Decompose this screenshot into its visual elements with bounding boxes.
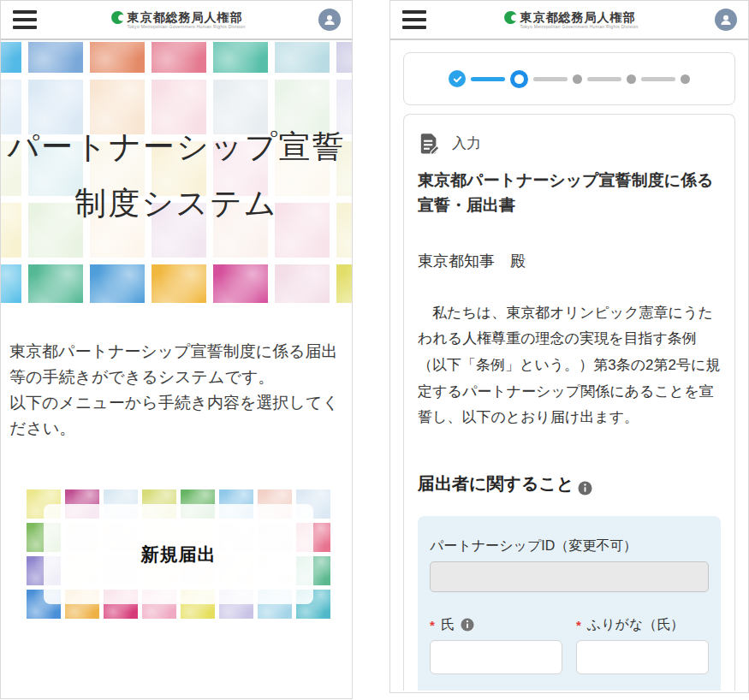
new-registration-button[interactable]: 新規届出: [27, 489, 330, 619]
step-upcoming: [573, 74, 582, 84]
partnership-id-label: パートナーシップID（変更不可）: [430, 537, 637, 555]
hamburger-bar: [402, 18, 426, 21]
step-upcoming: [627, 74, 636, 84]
furigana-family-name-field: * ふりがな（氏）: [576, 616, 709, 674]
form-card: 入力 東京都パートナーシップ宣誓制度に係る宣誓・届出書 東京都知事 殿 私たちは…: [403, 114, 735, 691]
hamburger-bar: [13, 18, 37, 21]
hamburger-bar: [13, 26, 37, 29]
person-icon: [322, 12, 337, 27]
step-connector: [533, 77, 568, 81]
form-screen: 東京都総務局人権部 Tokyo Metropolitan Government …: [389, 0, 749, 693]
menu-button[interactable]: [12, 9, 38, 30]
family-name-label: 氏: [441, 616, 455, 634]
furigana-family-name-label: ふりがな（氏）: [587, 616, 685, 634]
hero-title-line1: パートナーシップ宣誓: [7, 126, 345, 169]
hero-title-line2: 制度システム: [74, 182, 277, 225]
org-logo: 東京都総務局人権部 Tokyo Metropolitan Government …: [110, 10, 245, 30]
furigana-family-name-input[interactable]: [576, 640, 709, 674]
family-name-field: * 氏: [430, 616, 562, 674]
required-mark: *: [430, 618, 435, 632]
home-screen: 東京都総務局人権部 Tokyo Metropolitan Government …: [0, 0, 353, 699]
hamburger-bar: [402, 10, 426, 14]
step-connector: [471, 77, 505, 81]
org-name: 東京都総務局人権部: [127, 10, 245, 25]
edit-note-icon: [418, 132, 441, 155]
description-line: 東京都パートナーシップ宣誓制度に係る届出等の手続きができるシステムです。: [9, 339, 343, 390]
form-title: 東京都パートナーシップ宣誓制度に係る宣誓・届出書: [418, 168, 721, 218]
account-button[interactable]: [318, 9, 341, 31]
hamburger-bar: [13, 10, 37, 14]
info-icon[interactable]: [578, 481, 592, 495]
person-icon: [718, 12, 734, 27]
partnership-id-input: [430, 561, 709, 592]
hero-banner: パートナーシップ宣誓 制度システム: [1, 42, 352, 303]
app-header: 東京都総務局人権部 Tokyo Metropolitan Government …: [390, 1, 748, 40]
progress-stepper: [449, 70, 690, 88]
ginkgo-leaf-icon: [110, 10, 125, 28]
hero-title: パートナーシップ宣誓 制度システム: [1, 42, 352, 303]
menu-button[interactable]: [401, 9, 427, 30]
section-label: 入力: [452, 133, 481, 153]
org-name-en: Tokyo Metropolitan Government Human Righ…: [127, 24, 245, 29]
step-connector: [587, 77, 621, 81]
applicant-section-title: 届出者に関すること: [418, 472, 574, 495]
step-connector: [641, 77, 675, 81]
description-line: 以下のメニューから手続き内容を選択してください。: [9, 390, 343, 442]
app-header: 東京都総務局人権部 Tokyo Metropolitan Government …: [1, 1, 352, 40]
applicant-fields-panel: パートナーシップID（変更不可） * 氏 *: [418, 516, 721, 691]
system-description: 東京都パートナーシップ宣誓制度に係る届出等の手続きができるシステムです。 以下の…: [9, 339, 343, 442]
org-logo: 東京都総務局人権部 Tokyo Metropolitan Government …: [503, 10, 638, 30]
addressee: 東京都知事 殿: [418, 251, 721, 271]
info-icon[interactable]: [461, 618, 474, 632]
declaration-text: 私たちは、東京都オリンピック憲章にうたわれる人権尊重の理念の実現を目指す条例（以…: [418, 300, 721, 431]
step-current: [510, 70, 528, 88]
org-name: 東京都総務局人権部: [520, 10, 638, 25]
hamburger-bar: [402, 26, 426, 29]
new-registration-label: 新規届出: [27, 489, 330, 619]
account-button[interactable]: [715, 9, 737, 31]
required-mark: *: [576, 618, 581, 632]
ginkgo-leaf-icon: [503, 10, 518, 28]
stepper-card: [403, 52, 735, 105]
org-name-en: Tokyo Metropolitan Government Human Righ…: [520, 24, 638, 29]
step-completed: [449, 70, 466, 87]
step-upcoming: [681, 74, 690, 84]
family-name-input[interactable]: [430, 640, 562, 674]
